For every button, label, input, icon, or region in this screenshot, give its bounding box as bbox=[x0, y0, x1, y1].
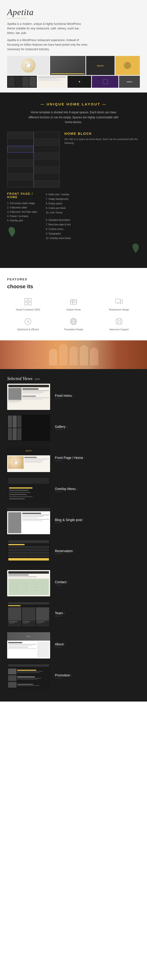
screenshot-about: About bbox=[7, 632, 50, 659]
feature-item-responsive: Responsive design bbox=[98, 297, 140, 311]
view-title-about: About : bbox=[55, 642, 140, 646]
home-block-title: HOME BLOCK bbox=[65, 132, 140, 135]
view-item-blog[interactable]: Blog & Single post : bbox=[7, 508, 140, 534]
gallery-thumb-6[interactable] bbox=[38, 76, 67, 88]
right-features-list-1: 6. Solid color / overlay 7. Image backgr… bbox=[45, 192, 140, 215]
optimized-icon bbox=[23, 317, 33, 326]
view-item-front-page[interactable]: Apetita 🍽️ Front Page / Home : bbox=[7, 446, 140, 472]
feature-item-support: Awesome Support bbox=[98, 317, 140, 331]
features-section: Features choose its Visual Composer ($34… bbox=[0, 268, 147, 340]
view-title-contact: Contact : bbox=[55, 580, 140, 584]
view-info-food-menu: Food menu : bbox=[55, 394, 140, 400]
view-info-reservation: Reservation : bbox=[55, 549, 140, 555]
svg-rect-0 bbox=[25, 298, 27, 301]
header-description-2: Apetita is a WordPress restaurant experi… bbox=[7, 38, 88, 52]
screenshot-contact bbox=[7, 570, 50, 597]
view-info-blog: Blog & Single post : bbox=[55, 518, 140, 524]
gallery-thumb-8[interactable] bbox=[92, 76, 119, 88]
right-feature-6a: 6. Solid color / overlay bbox=[45, 192, 140, 197]
view-separator-promotion bbox=[55, 678, 62, 678]
svg-rect-2 bbox=[25, 302, 27, 305]
home-block-info: HOME BLOCK We refer to a space as home-b… bbox=[65, 132, 140, 145]
front-home-section: FRONT PAGE / HOME 1. Full screen static … bbox=[7, 192, 140, 258]
view-item-gallery[interactable]: Gallery : bbox=[7, 415, 140, 441]
view-item-contact[interactable]: Contact : bbox=[7, 570, 140, 597]
selected-views-subtitle: visit bbox=[34, 377, 40, 381]
selected-views-section: Selected Views visit bbox=[0, 369, 147, 702]
view-separator-contact bbox=[55, 585, 62, 585]
support-icon bbox=[114, 317, 124, 326]
view-item-promotion[interactable]: Promotion : bbox=[7, 663, 140, 690]
view-item-team[interactable]: Team : bbox=[7, 601, 140, 627]
screenshot-overlay-menu bbox=[7, 477, 50, 503]
grid-visual-wrapper: HOME BLOCK We refer to a space as home-b… bbox=[7, 132, 140, 188]
view-title-blog: Blog & Single post : bbox=[55, 518, 140, 522]
home-layout-description: Home template is divided into 8 equal sp… bbox=[28, 110, 119, 124]
gallery-thumb-3[interactable]: Apetita bbox=[86, 56, 114, 75]
gallery-thumb-1[interactable]: 🍽️ bbox=[7, 56, 49, 75]
view-title-food-menu: Food menu : bbox=[55, 394, 140, 398]
svg-point-9 bbox=[27, 321, 28, 322]
right-feature-8a: 8. Empty space bbox=[45, 201, 140, 206]
view-title-overlay-menu: Overlay Menu : bbox=[55, 487, 140, 491]
view-info-about: About : bbox=[55, 642, 140, 649]
gallery-thumb-2[interactable] bbox=[50, 56, 85, 75]
visual-composer-icon bbox=[23, 297, 33, 306]
right-feature-8b: 8. Custom menu bbox=[45, 227, 140, 231]
front-feature-4: 4. Frame / no-frame. bbox=[7, 214, 41, 218]
feature-label-support: Awesome Support bbox=[98, 328, 140, 331]
feature-item-translation: Translation Ready bbox=[53, 317, 95, 331]
right-feature-7a: 7. Image background bbox=[45, 197, 140, 201]
right-feature-9a: 9. Colors per block bbox=[45, 206, 140, 210]
view-title-reservation: Reservation : bbox=[55, 549, 140, 553]
view-info-contact: Contact : bbox=[55, 580, 140, 587]
view-item-reservation[interactable]: Reservation : bbox=[7, 539, 140, 565]
home-layout-section: UNIQUE HOME LAYOUT Home template is divi… bbox=[0, 92, 147, 268]
feature-item-unique-home: Unique Home bbox=[53, 297, 95, 311]
people-image-section bbox=[0, 340, 147, 369]
gallery-thumb-4[interactable] bbox=[115, 56, 140, 75]
home-block-description: We refer to a space as home-block. Each … bbox=[65, 137, 140, 145]
right-feature-10b: 10. Overlay menu block bbox=[45, 236, 140, 240]
front-feature-2: 2. Fullscreen slider bbox=[7, 205, 41, 210]
front-feature-5: 5. Overlay grid bbox=[7, 218, 41, 223]
gallery-thumb-7[interactable]: ✦ bbox=[68, 76, 91, 88]
svg-rect-1 bbox=[28, 298, 31, 301]
front-feature-1: 1. Full screen static image bbox=[7, 201, 41, 205]
feature-label-optimized: Optimized & efficient bbox=[7, 328, 49, 331]
svg-rect-6 bbox=[120, 300, 123, 303]
gallery-thumb-5[interactable] bbox=[7, 76, 37, 88]
unique-home-icon bbox=[69, 297, 78, 306]
leaf-decoration-left bbox=[7, 226, 41, 239]
screenshot-front-page: Apetita 🍽️ bbox=[7, 446, 50, 472]
responsive-icon bbox=[114, 297, 124, 306]
view-separator-gallery bbox=[55, 430, 62, 430]
svg-point-13 bbox=[118, 320, 120, 323]
view-separator-blog bbox=[55, 523, 62, 523]
svg-rect-5 bbox=[115, 299, 120, 303]
view-title-team: Team : bbox=[55, 611, 140, 615]
view-item-about[interactable]: About About : bbox=[7, 632, 140, 659]
feature-label-visual-composer: Visual Composer ($34) bbox=[7, 308, 49, 311]
view-item-food-menu[interactable]: Food menu : bbox=[7, 383, 140, 410]
feature-label-unique-home: Unique Home bbox=[53, 308, 95, 311]
feature-label-translation: Translation Ready bbox=[53, 328, 95, 331]
right-features-list-2: 6. Standard description 7. Real time dat… bbox=[45, 218, 140, 240]
features-label: Features bbox=[7, 277, 27, 281]
screenshot-blog bbox=[7, 508, 50, 534]
feature-item-visual-composer: Visual Composer ($34) bbox=[7, 297, 49, 311]
view-item-overlay-menu[interactable]: Overlay Menu : bbox=[7, 477, 140, 503]
feature-label-responsive: Responsive design bbox=[98, 308, 140, 311]
front-feature-3: 3. Fullscreen YouTube video bbox=[7, 210, 41, 214]
gallery-preview: 🍽️ Apetita bbox=[7, 56, 140, 88]
svg-point-7 bbox=[117, 303, 118, 304]
view-info-front-page: Front Page / Home : bbox=[55, 456, 140, 462]
view-title-front-page: Front Page / Home : bbox=[55, 456, 140, 460]
translation-icon bbox=[69, 317, 78, 326]
selected-views-title: Selected Views bbox=[7, 376, 32, 381]
home-grid-visual bbox=[7, 132, 60, 188]
section-title-unique-home: UNIQUE HOME LAYOUT bbox=[7, 102, 140, 106]
svg-rect-3 bbox=[28, 302, 31, 305]
features-grid: Visual Composer ($34) Unique Home bbox=[7, 297, 140, 331]
gallery-thumb-9[interactable]: MENU bbox=[119, 76, 140, 88]
